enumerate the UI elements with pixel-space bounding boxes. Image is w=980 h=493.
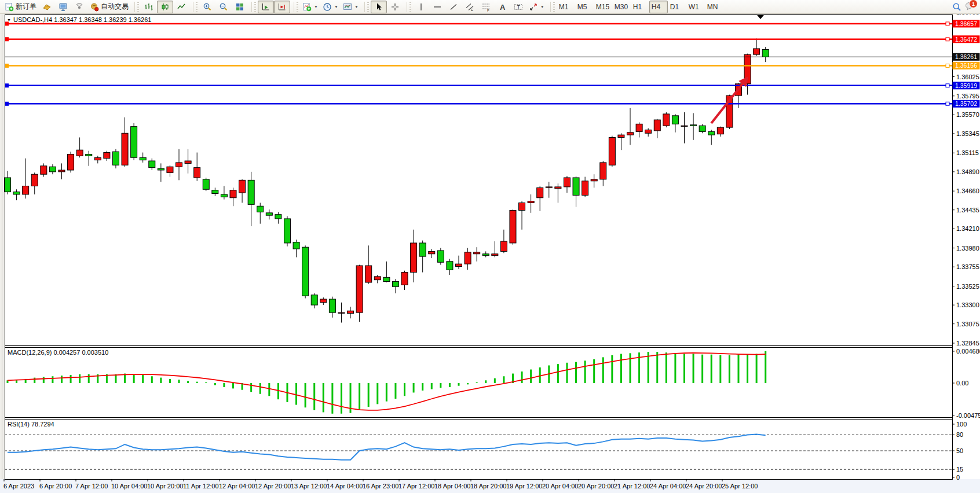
candle (311, 295, 317, 305)
templates-button[interactable]: ▼ (341, 1, 361, 13)
autotrading-button[interactable]: 自动交易 (87, 1, 131, 13)
tf-M1-button[interactable]: M1 (557, 1, 575, 13)
hline-right-handle[interactable] (946, 102, 949, 105)
text-icon: A (498, 2, 507, 12)
candle (212, 190, 218, 194)
tf-D1-label: D1 (670, 3, 684, 11)
candle (555, 187, 561, 189)
candle (654, 120, 660, 131)
toolbar-separator (550, 2, 551, 12)
signals-button[interactable] (71, 1, 87, 13)
candle (429, 251, 435, 253)
candle (609, 137, 615, 165)
candle (474, 252, 480, 254)
price-tick-label: 1.34210 (956, 225, 979, 232)
hline-left-handle[interactable] (5, 38, 9, 41)
macd-scale-label: -0.004752 (956, 412, 980, 419)
cursor-button[interactable] (371, 1, 387, 13)
crosshair-icon (390, 2, 400, 12)
candle (600, 163, 606, 179)
new-order-icon (5, 2, 14, 12)
indicators-dropdown-icon[interactable]: ▼ (314, 5, 318, 9)
notifications-icon[interactable]: 1 (965, 1, 974, 12)
price-badge-label: 1.35919 (955, 82, 977, 89)
hline-right-handle[interactable] (946, 22, 949, 25)
metaeditor-button[interactable] (55, 1, 71, 13)
arrows-button[interactable]: ▼ (526, 1, 547, 13)
candle (510, 210, 516, 242)
candle (482, 254, 489, 256)
price-tick-label: 1.34660 (956, 187, 979, 194)
trendline-button[interactable] (445, 1, 462, 13)
hline-right-handle[interactable] (946, 84, 949, 87)
hline-left-handle[interactable] (5, 22, 9, 25)
time-axis-label: 6 Apr 20:00 (39, 483, 72, 490)
arrows-dropdown-icon[interactable]: ▼ (540, 5, 544, 9)
candle (374, 277, 381, 280)
hline-left-handle[interactable] (5, 64, 9, 68)
zoom-in-button[interactable] (199, 1, 215, 13)
hline-right-handle[interactable] (946, 64, 949, 68)
tf-M5-button[interactable]: M5 (575, 1, 594, 13)
candle (149, 161, 155, 168)
candle (392, 282, 398, 287)
candle (456, 264, 462, 266)
auto-scroll-icon (261, 2, 270, 12)
zoom-out-button[interactable] (215, 1, 232, 13)
auto-scroll-button[interactable] (258, 1, 274, 13)
signals-icon (75, 2, 84, 12)
candle (519, 203, 525, 210)
periods-button[interactable]: ▼ (320, 1, 341, 13)
vertical-line-button[interactable] (413, 1, 429, 13)
price-tick-label: 1.33755 (956, 263, 979, 270)
candle (248, 180, 254, 204)
text-label-button[interactable]: T (510, 1, 526, 13)
templates-dropdown-icon[interactable]: ▼ (354, 5, 359, 9)
hline-left-handle[interactable] (5, 102, 9, 105)
rsi-scale-label: 15 (956, 466, 963, 473)
bar-chart-icon (144, 2, 153, 12)
templates-icon (343, 2, 352, 12)
market-watch-button[interactable] (39, 1, 55, 13)
new-order-button[interactable]: 新订单 (2, 1, 39, 13)
fibonacci-button[interactable]: F (478, 1, 494, 13)
candle (627, 133, 634, 135)
text-button[interactable]: A (494, 1, 510, 13)
periods-icon (323, 2, 332, 12)
vertical-line-icon (416, 2, 426, 12)
time-axis-label: 6 Apr 2023 (3, 483, 34, 490)
time-axis-label: 18 Apr 20:00 (470, 483, 506, 490)
horizontal-line-button[interactable] (429, 1, 445, 13)
candle (437, 251, 444, 262)
tf-W1-button[interactable]: W1 (686, 1, 705, 13)
candlestick-chart-button[interactable] (157, 1, 173, 13)
candle (131, 127, 137, 158)
hline-right-handle[interactable] (946, 38, 949, 41)
price-badge-label: 1.36261 (955, 53, 977, 60)
bar-chart-button[interactable] (141, 1, 157, 13)
candle (266, 213, 272, 215)
tf-M15-button[interactable]: M15 (594, 1, 612, 13)
price-tick-label: 1.33525 (956, 283, 979, 290)
tf-D1-button[interactable]: D1 (668, 1, 686, 13)
tf-MN-button[interactable]: MN (705, 1, 723, 13)
tile-windows-button[interactable] (232, 1, 248, 13)
chart-shift-button[interactable] (274, 1, 290, 13)
search-icon[interactable] (949, 1, 965, 13)
tf-MN-label: MN (707, 3, 721, 11)
crosshair-button[interactable] (387, 1, 403, 13)
price-badge-label: 1.36472 (955, 36, 977, 43)
tf-H4-button[interactable]: H4 (649, 1, 668, 13)
hline-left-handle[interactable] (5, 84, 9, 87)
periods-dropdown-icon[interactable]: ▼ (334, 5, 338, 9)
tf-H1-button[interactable]: H1 (631, 1, 649, 13)
candle (41, 166, 47, 174)
indicators-button[interactable]: ▼ (300, 1, 320, 13)
rsi-scale-label: 0 (956, 474, 960, 481)
line-chart-button[interactable] (173, 1, 189, 13)
rsi-scale-label: 80 (956, 431, 963, 438)
equidistant-channel-button[interactable]: E (462, 1, 478, 13)
tf-M30-button[interactable]: M30 (612, 1, 631, 13)
svg-text:E: E (471, 8, 473, 12)
toolbar-separator (134, 2, 135, 12)
